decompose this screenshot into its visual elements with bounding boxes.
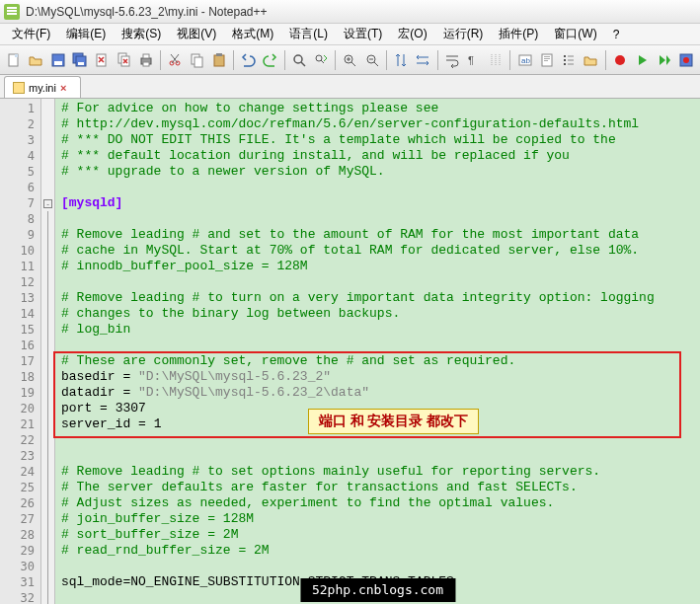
fold-marker	[41, 353, 54, 369]
editor[interactable]: 1234567891011121314151617181920212223242…	[0, 99, 700, 604]
code-line[interactable]	[61, 211, 700, 227]
fold-marker	[41, 511, 54, 527]
code-line[interactable]: # changes to the binary log between back…	[61, 306, 700, 322]
indent-guide-button[interactable]	[486, 49, 506, 71]
cut-button[interactable]	[165, 49, 185, 71]
menu-item-0[interactable]: 文件(F)	[4, 24, 58, 44]
undo-icon	[240, 52, 256, 68]
menu-item-2[interactable]: 搜索(S)	[114, 24, 169, 44]
code-line[interactable]	[61, 338, 700, 353]
menu-item-4[interactable]: 格式(M)	[224, 24, 281, 44]
code-line[interactable]: # http://dev.mysql.com/doc/refman/5.6/en…	[61, 116, 700, 132]
svg-text:¶: ¶	[468, 54, 474, 66]
code-line[interactable]: # log_bin	[61, 322, 700, 338]
find-button[interactable]	[289, 49, 309, 71]
code-line[interactable]: # For advice on how to change settings p…	[61, 101, 700, 116]
menu-item-8[interactable]: 运行(R)	[435, 24, 492, 44]
code-line[interactable]: # join_buffer_size = 128M	[61, 511, 700, 527]
menu-item-5[interactable]: 语言(L)	[281, 24, 336, 44]
save-file-icon	[50, 52, 66, 68]
fold-marker	[41, 259, 54, 274]
lang-button[interactable]: ab	[514, 49, 534, 71]
code-line[interactable]: # Remove leading # and set to the amount…	[61, 227, 700, 243]
fold-marker	[41, 559, 54, 574]
macro-replay-button[interactable]	[654, 49, 673, 71]
menu-item-3[interactable]: 视图(V)	[169, 24, 224, 44]
code-line[interactable]: # Adjust sizes as needed, experiment to …	[61, 495, 700, 511]
code-line[interactable]	[61, 559, 700, 574]
code-line[interactable]: # *** upgrade to a newer version of MySQ…	[61, 164, 700, 180]
toolbar-separator	[160, 50, 161, 70]
code-line[interactable]: # innodb_buffer_pool_size = 128M	[61, 259, 700, 274]
open-file-button[interactable]	[26, 49, 45, 71]
code-line[interactable]	[61, 180, 700, 195]
code-line[interactable]: # read_rnd_buffer_size = 2M	[61, 543, 700, 559]
paste-icon	[211, 52, 227, 68]
macro-save-button[interactable]	[676, 49, 696, 71]
wrap-button[interactable]	[441, 49, 461, 71]
menu-item-10[interactable]: 窗口(W)	[546, 24, 604, 44]
menu-item-6[interactable]: 设置(T)	[336, 24, 390, 44]
close-icon[interactable]: ×	[60, 82, 72, 94]
code-line[interactable]: # *** default location during install, a…	[61, 148, 700, 164]
code-line[interactable]: # These are commonly set, remove the # a…	[61, 353, 700, 369]
fold-marker[interactable]: -	[41, 195, 54, 211]
doc-map-button[interactable]	[537, 49, 557, 71]
macro-play-button[interactable]	[632, 49, 652, 71]
zoom-in-button[interactable]	[340, 49, 359, 71]
line-number: 25	[0, 480, 40, 495]
fold-marker	[41, 543, 54, 559]
sync-v-button[interactable]	[391, 49, 411, 71]
redo-button[interactable]	[260, 49, 279, 71]
line-number: 32	[0, 590, 40, 604]
macro-rec-icon	[612, 52, 628, 68]
print-button[interactable]	[136, 49, 156, 71]
folder-button[interactable]	[581, 49, 600, 71]
copy-button[interactable]	[188, 49, 207, 71]
macro-rec-button[interactable]	[610, 49, 630, 71]
toolbar-separator	[386, 50, 387, 70]
menu-item-1[interactable]: 编辑(E)	[58, 24, 114, 44]
sync-h-button[interactable]	[413, 49, 432, 71]
code-line[interactable]: # cache in MySQL. Start at 70% of total …	[61, 243, 700, 259]
menu-item-11[interactable]: ?	[605, 26, 628, 43]
code-area[interactable]: # For advice on how to change settings p…	[55, 99, 700, 604]
code-line[interactable]	[61, 274, 700, 290]
code-line[interactable]: datadir = "D:\MySQL\mysql-5.6.23_2\data"	[61, 385, 700, 401]
fold-marker	[41, 369, 54, 385]
line-number: 31	[0, 574, 40, 590]
code-line[interactable]: basedir = "D:\MySQL\mysql-5.6.23_2"	[61, 369, 700, 385]
fold-marker	[41, 464, 54, 480]
new-file-button[interactable]	[4, 49, 24, 71]
line-number: 9	[0, 227, 40, 243]
paste-button[interactable]	[209, 49, 229, 71]
all-chars-button[interactable]: ¶	[464, 49, 484, 71]
menu-item-9[interactable]: 插件(P)	[491, 24, 546, 44]
svg-rect-12	[143, 62, 149, 66]
code-line[interactable]: [mysqld]	[61, 195, 700, 211]
menu-item-7[interactable]: 宏(O)	[390, 24, 434, 44]
save-file-button[interactable]	[48, 49, 68, 71]
code-line[interactable]: # *** DO NOT EDIT THIS FILE. It's a temp…	[61, 132, 700, 148]
code-line[interactable]	[61, 448, 700, 464]
save-all-button[interactable]	[70, 49, 90, 71]
fold-marker	[41, 148, 54, 164]
tab-myini[interactable]: my.ini ×	[4, 76, 81, 98]
close-file-button[interactable]	[92, 49, 112, 71]
fold-marker	[41, 385, 54, 401]
zoom-out-button[interactable]	[362, 49, 382, 71]
code-line[interactable]: # Remove leading # to turn on a very imp…	[61, 290, 700, 306]
line-number: 18	[0, 369, 40, 385]
code-line[interactable]: # Remove leading # to set options mainly…	[61, 464, 700, 480]
undo-button[interactable]	[238, 49, 258, 71]
replace-button[interactable]	[311, 49, 331, 71]
sync-h-icon	[415, 52, 430, 68]
toolbar-separator	[509, 50, 510, 70]
svg-point-30	[615, 55, 625, 65]
code-line[interactable]: # sort_buffer_size = 2M	[61, 527, 700, 543]
close-all-button[interactable]	[115, 49, 134, 71]
macro-play-icon	[634, 52, 650, 68]
code-line[interactable]	[61, 432, 700, 448]
func-list-button[interactable]	[559, 49, 579, 71]
code-line[interactable]: # The server defaults are faster for tra…	[61, 480, 700, 495]
